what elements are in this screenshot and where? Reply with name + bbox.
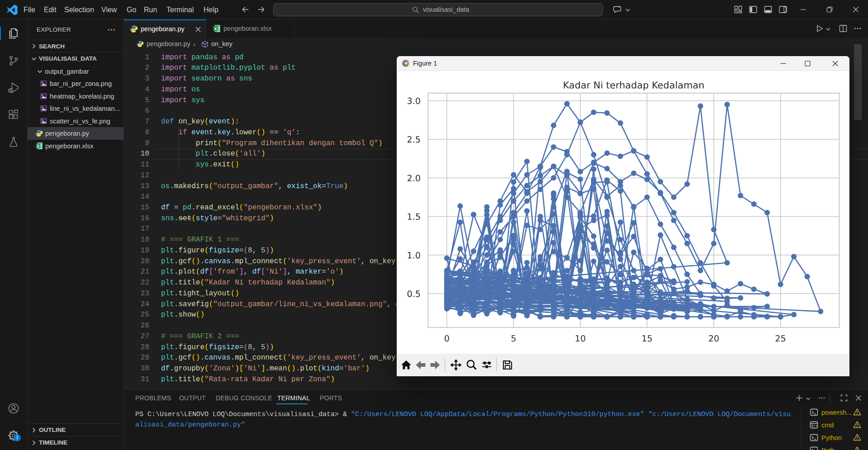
svg-text:C:\: C:\ — [811, 424, 818, 428]
